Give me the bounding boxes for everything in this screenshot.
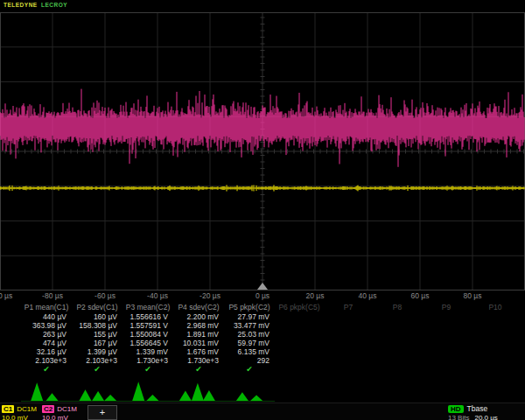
measure-value (471, 339, 520, 347)
measure-value (324, 312, 373, 321)
histicon-P1[interactable] (21, 378, 72, 402)
measure-value: 2.103e+3 (21, 356, 72, 365)
measure-value: 27.97 mV (224, 312, 275, 321)
measure-value (422, 356, 471, 365)
measure-value (422, 321, 471, 330)
time-axis-label: 40 µs (348, 291, 387, 300)
c1-coupling-label: DC1M (17, 405, 37, 413)
histicon-P5[interactable] (224, 378, 275, 402)
measure-value: 440 µV (21, 312, 72, 321)
measure-value: 10.031 mV (173, 339, 224, 347)
measure-value (471, 347, 520, 356)
measure-value (422, 330, 471, 339)
measure-value: 1.556645 V (122, 339, 173, 347)
measure-value (324, 339, 373, 347)
time-axis-label: 60 µs (401, 291, 439, 300)
measure-status-check: ✔ (122, 365, 173, 374)
measure-value (373, 339, 422, 347)
measure-column-P10: P10 (471, 303, 520, 374)
measure-table: P1 mean(C1)440 µV363.98 µV263 µV474 µV32… (0, 303, 525, 374)
histicon-row (0, 378, 525, 402)
measure-value: 474 µV (21, 339, 72, 347)
measure-value (422, 347, 471, 356)
measure-value: 263 µV (21, 330, 72, 339)
measure-value: 1.550084 V (122, 330, 173, 339)
measure-value: 160 µV (72, 312, 122, 321)
measure-header[interactable]: P5 pkpk(C2) (224, 303, 275, 312)
measure-header[interactable]: P8 (373, 303, 422, 312)
measure-value (471, 321, 520, 330)
measure-value: 1.730e+3 (173, 356, 224, 365)
brand-logo: TELEDYNE LECROY (4, 2, 67, 8)
measure-value: 25.03 mV (224, 330, 275, 339)
c1-descriptor[interactable]: C1 DC1M 10.0 mV (2, 404, 40, 420)
time-axis-label: 0 µs (243, 291, 282, 300)
measure-header[interactable]: P7 (324, 303, 373, 312)
resolution-bits-label: 13 Bits (448, 414, 469, 420)
measure-column-P9: P9 (422, 303, 471, 374)
measure-status-check (422, 365, 471, 374)
measure-value: 2.200 mV (173, 312, 224, 321)
measure-status-check: ✔ (173, 365, 224, 374)
histicon-P4[interactable] (173, 378, 224, 402)
crosshair-plus-button[interactable]: + (88, 405, 117, 420)
measure-header[interactable]: P3 mean(C2) (122, 303, 173, 312)
measure-value (373, 330, 422, 339)
measure-value: 6.135 mV (224, 347, 275, 356)
measure-status-check: ✔ (72, 365, 122, 374)
measure-value: 292 (224, 356, 275, 365)
measure-value: 1.730e+3 (122, 356, 173, 365)
measure-status-check (275, 365, 324, 374)
measure-header[interactable]: P6 pkpk(C5) (275, 303, 324, 312)
measure-value (471, 330, 520, 339)
measure-column-P6: P6 pkpk(C5) (275, 303, 324, 374)
measure-value (373, 347, 422, 356)
c2-channel-chip: C2 (42, 405, 54, 413)
measure-header[interactable]: P2 sdev(C1) (72, 303, 122, 312)
measure-value (373, 312, 422, 321)
measure-status-check (373, 365, 422, 374)
measure-status-check: ✔ (21, 365, 72, 374)
measure-column-P1: P1 mean(C1)440 µV363.98 µV263 µV474 µV32… (21, 303, 72, 374)
measure-value (275, 330, 324, 339)
measure-value (275, 347, 324, 356)
histicon-P2[interactable] (72, 378, 122, 402)
measure-header[interactable]: P10 (471, 303, 520, 312)
timebase-label: Tbase (467, 404, 488, 413)
c2-scale-label: 10.0 mV (42, 414, 82, 420)
measure-value (422, 312, 471, 321)
time-axis-label: -20 µs (191, 291, 229, 300)
measure-value (324, 356, 373, 365)
measure-status-check (471, 365, 520, 374)
timebase-scale-label: 20.0 µs (474, 414, 497, 420)
measure-column-P5: P5 pkpk(C2)27.97 mV33.477 mV25.03 mV59.9… (224, 303, 275, 374)
measure-header[interactable]: P4 sdev(C2) (173, 303, 224, 312)
measure-value (324, 330, 373, 339)
measure-header[interactable]: P1 mean(C1) (21, 303, 72, 312)
c2-descriptor[interactable]: C2 DC1M 10.0 mV (42, 404, 82, 420)
c1-scale-label: 10.0 mV (2, 414, 40, 420)
measure-value (275, 321, 324, 330)
measure-value (471, 312, 520, 321)
top-bar: TELEDYNE LECROY (0, 0, 525, 12)
measure-value: 1.557591 V (122, 321, 173, 330)
histicon-P3[interactable] (122, 378, 173, 402)
time-axis-label: 20 µs (296, 291, 334, 300)
measure-value (324, 347, 373, 356)
timebase-descriptor[interactable]: HD Tbase 13 Bits 20.0 µs (448, 404, 523, 420)
measure-value (422, 339, 471, 347)
waveform-grid[interactable] (0, 12, 525, 290)
measure-value: 1.891 mV (173, 330, 224, 339)
waveform-traces (0, 12, 525, 290)
c1-waveform[interactable] (0, 185, 524, 191)
measure-value: 158.308 µV (72, 321, 122, 330)
measure-header[interactable]: P9 (422, 303, 471, 312)
measure-value: 2.968 mV (173, 321, 224, 330)
hd-badge: HD (448, 405, 464, 413)
c2-waveform[interactable] (0, 89, 524, 167)
brand-logo-part2: LECROY (41, 2, 67, 8)
measure-column-P4: P4 sdev(C2)2.200 mV2.968 mV1.891 mV10.03… (173, 303, 224, 374)
measure-value: 363.98 µV (21, 321, 72, 330)
measure-column-P2: P2 sdev(C1)160 µV158.308 µV155 µV167 µV1… (72, 303, 122, 374)
brand-logo-part1: TELEDYNE (4, 2, 38, 8)
